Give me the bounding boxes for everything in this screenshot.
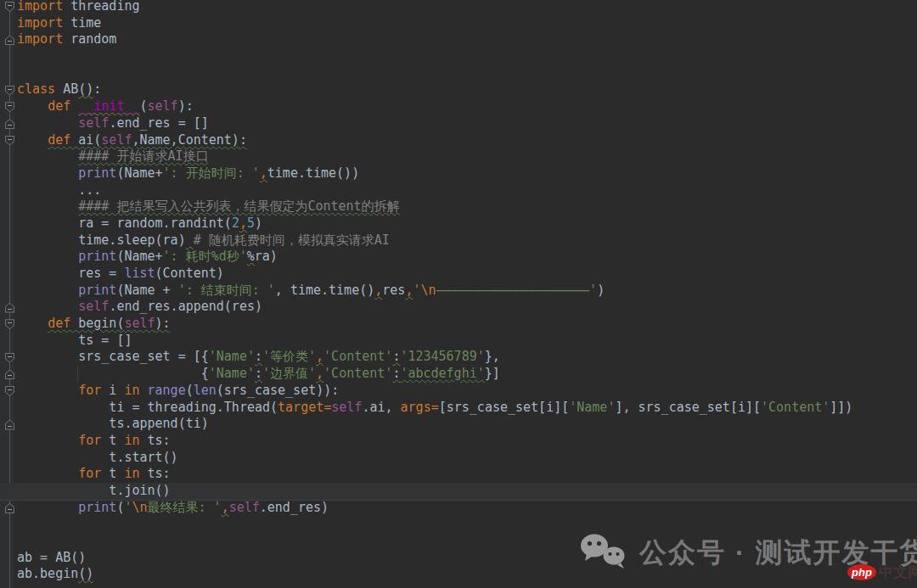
code-token: { xyxy=(17,366,209,381)
code-token: , time.time() xyxy=(275,283,374,298)
code-line[interactable]: import threading xyxy=(14,0,917,15)
code-token: ai( xyxy=(78,132,101,148)
code-line[interactable]: def __init__(self): xyxy=(14,98,917,115)
code-line[interactable]: def begin(self): xyxy=(14,316,917,333)
code-line[interactable]: print('\n最终结果: ',self.end_res) xyxy=(14,500,917,517)
code-token: target xyxy=(278,400,323,415)
code-token: ': 耗时%d秒' xyxy=(163,249,247,264)
code-line[interactable]: import time xyxy=(14,15,917,32)
fold-end-icon[interactable] xyxy=(5,420,14,430)
code-line[interactable]: ts.append(ti) xyxy=(14,416,917,433)
code-token: for xyxy=(78,383,101,398)
code-token: import xyxy=(17,0,63,14)
code-line[interactable]: #### 开始请求AI接口 xyxy=(14,148,917,165)
code-line[interactable]: t.join() xyxy=(14,483,917,500)
fold-collapse-icon[interactable] xyxy=(5,2,14,12)
fold-collapse-icon[interactable] xyxy=(5,86,14,96)
fold-collapse-icon[interactable] xyxy=(5,319,14,329)
code-area[interactable]: import threadingimport timeimport random… xyxy=(14,0,917,583)
code-line[interactable]: class AB(): xyxy=(14,81,917,98)
code-line[interactable]: for i in range(len(srs_case_set)): xyxy=(14,383,917,400)
code-token: self xyxy=(331,400,362,415)
code-token: 2 xyxy=(232,216,239,231)
code-line[interactable]: for t in ts: xyxy=(14,466,917,483)
code-token: '等价类' xyxy=(262,349,316,364)
code-token: = xyxy=(323,400,331,415)
code-token: self xyxy=(78,299,109,314)
code-token: \n xyxy=(420,283,436,298)
wechat-icon xyxy=(580,533,627,574)
code-token xyxy=(17,249,78,264)
code-line[interactable]: ... xyxy=(14,182,917,199)
code-token: self xyxy=(229,500,260,515)
code-token: self xyxy=(124,316,155,331)
code-token: self xyxy=(148,98,178,114)
code-line[interactable]: ti = threading.Thread(target=self.ai, ar… xyxy=(14,400,917,417)
code-token xyxy=(17,148,78,164)
code-token: , xyxy=(239,216,247,231)
code-token: (Content) xyxy=(155,266,224,281)
code-token xyxy=(17,383,78,398)
code-token: def xyxy=(48,132,78,148)
code-token: len xyxy=(194,383,217,398)
code-line[interactable]: self.end_res.append(res) xyxy=(14,299,917,316)
code-line[interactable]: self.end_res = [] xyxy=(14,115,917,132)
fold-collapse-icon[interactable] xyxy=(5,353,14,363)
code-token: # 随机耗费时间，模拟真实请求AI xyxy=(194,232,390,248)
code-editor-screen: import threadingimport timeimport random… xyxy=(0,0,917,588)
fold-collapse-icon[interactable] xyxy=(5,386,14,396)
code-line[interactable]: time.sleep(ra) # 随机耗费时间，模拟真实请求AI xyxy=(14,232,917,249)
code-token: (Name+ xyxy=(116,165,162,181)
code-token: : xyxy=(255,349,262,364)
code-token xyxy=(17,500,78,515)
code-token xyxy=(17,299,78,314)
code-token: 最终结果: ' xyxy=(148,500,222,515)
code-line[interactable]: print(Name+': 耗时%d秒'%ra) xyxy=(14,249,917,266)
code-line[interactable]: def ai(self,Name,Content): xyxy=(14,132,917,149)
code-token: print xyxy=(78,500,116,515)
code-token: , xyxy=(316,349,323,364)
code-line[interactable]: srs_case_set = [{'Name':'等价类','Content':… xyxy=(14,349,917,366)
fold-end-icon[interactable] xyxy=(5,303,14,313)
code-line[interactable]: #### 把结果写入公共列表，结果假定为Content的拆解 xyxy=(14,199,917,216)
code-line[interactable] xyxy=(14,65,917,82)
code-line[interactable]: t.start() xyxy=(14,450,917,467)
code-token xyxy=(17,132,48,148)
code-token: ... xyxy=(17,182,101,198)
code-token: print xyxy=(78,283,116,298)
code-line[interactable]: ts = [] xyxy=(14,333,917,350)
code-line[interactable]: {'Name':'边界值','Content':'abcdefghi'}] xyxy=(14,366,917,383)
code-token: self xyxy=(101,132,132,148)
code-token xyxy=(140,383,148,398)
fold-end-icon[interactable] xyxy=(5,369,14,379)
fold-end-icon[interactable] xyxy=(5,119,14,129)
code-token: AB xyxy=(55,81,78,97)
code-token: srs_case_set = [{ xyxy=(17,349,209,364)
code-token: time xyxy=(63,15,101,31)
fold-collapse-icon[interactable] xyxy=(5,136,14,146)
fold-collapse-icon[interactable] xyxy=(5,102,14,112)
code-line[interactable]: import random xyxy=(14,31,917,48)
site-logo: php 中文网 xyxy=(847,563,917,582)
php-logo-icon: php xyxy=(847,564,876,580)
code-token: , xyxy=(374,283,382,298)
code-token: ]]) xyxy=(830,400,852,415)
code-token: , xyxy=(222,500,229,515)
fold-end-icon[interactable] xyxy=(5,35,14,45)
code-line[interactable]: print(Name + ': 结束时间: ', time.time(),res… xyxy=(14,283,917,300)
code-line[interactable] xyxy=(14,48,917,65)
code-line[interactable] xyxy=(14,516,917,533)
fold-end-icon[interactable] xyxy=(5,503,14,513)
code-token: in xyxy=(124,433,139,448)
code-token: ts = [] xyxy=(17,333,132,348)
code-token: (srs_case_set)): xyxy=(217,383,340,398)
code-line[interactable]: print(Name+': 开始时间: ',time.time()) xyxy=(14,165,917,182)
code-token: () xyxy=(78,566,93,581)
code-token: res = xyxy=(17,266,124,281)
code-token: .end_res = [] xyxy=(109,115,208,131)
code-line[interactable]: for t in ts: xyxy=(14,433,917,450)
code-token: t.join() xyxy=(17,483,171,498)
code-token: ( xyxy=(140,98,148,114)
code-line[interactable]: res = list(Content) xyxy=(14,266,917,283)
code-line[interactable]: ra = random.randint(2,5) xyxy=(14,216,917,232)
